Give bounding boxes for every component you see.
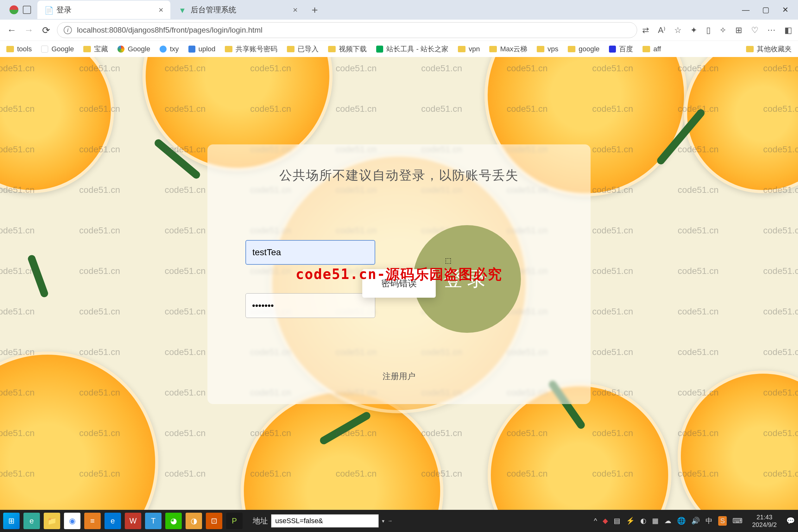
username-input[interactable] <box>245 240 375 265</box>
collections-icon[interactable]: ✧ <box>720 25 726 35</box>
share-icon[interactable]: ♡ <box>751 25 758 35</box>
tab-strip: 📄 登录 × ▼ 后台管理系统 × + — ▢ ✕ <box>0 0 798 20</box>
tray-keyboard-icon[interactable]: ⌨ <box>733 517 743 525</box>
forward-button[interactable]: → <box>23 24 35 36</box>
bookmark-google[interactable]: Google <box>41 45 74 53</box>
taskbar-app-xm[interactable]: ⊡ <box>206 513 222 529</box>
app-icon[interactable]: ⊞ <box>735 25 742 35</box>
new-tab-button[interactable]: + <box>306 4 324 16</box>
bookmark-uplod[interactable]: uplod <box>188 45 216 53</box>
favorite-icon[interactable]: ☆ <box>674 25 682 35</box>
tray-onedrive-icon[interactable]: ☁ <box>664 517 671 525</box>
taskbar-app-sublime[interactable]: ≡ <box>84 513 101 529</box>
taskbar-addr-go-icon[interactable]: → <box>387 518 393 524</box>
taskbar-addr-label: 地址 <box>253 516 268 526</box>
taskbar-app-edge-legacy[interactable]: e <box>23 513 40 529</box>
bookmark-txy[interactable]: txy <box>159 45 178 53</box>
bookmark-video-download[interactable]: 视频下载 <box>328 44 367 54</box>
bookmark-webmaster[interactable]: 站长工具 - 站长之家 <box>376 44 449 54</box>
tray-network-icon[interactable]: 🌐 <box>677 517 686 525</box>
overlay-watermark-text: code51.cn-源码乐园盗图必究 <box>296 265 502 284</box>
bookmarks-bar: tools Google 宝藏 Google txy uplod 共享账号密码 … <box>0 40 798 57</box>
tray-ime-icon[interactable]: 中 <box>705 516 712 526</box>
page-icon: 📄 <box>44 6 52 14</box>
tray-notifications-icon[interactable]: 💬 <box>786 517 795 525</box>
site-info-icon[interactable]: i <box>64 26 72 34</box>
register-link[interactable]: 注册用户 <box>233 371 565 382</box>
bookmark-aff[interactable]: aff <box>643 45 661 53</box>
tray-xm-icon[interactable]: ▦ <box>652 517 659 525</box>
bookmark-max[interactable]: Max云梯 <box>489 44 527 54</box>
maximize-button[interactable]: ▢ <box>762 5 770 14</box>
url-input[interactable]: i localhost:8080/djangos8hf5/front/pages… <box>57 22 637 38</box>
taskbar-app-explorer[interactable]: 📁 <box>44 513 60 529</box>
tray-app2-icon[interactable]: ◐ <box>640 517 646 525</box>
taskbar-app-chrome[interactable]: ◉ <box>64 513 80 529</box>
workspace-icon[interactable] <box>23 6 31 14</box>
taskbar: ⊞ e 📁 ◉ ≡ e W T ◕ ◑ ⊡ P 地址 ▾ → ^ ◆ ▤ ⚡ ◐… <box>0 510 798 532</box>
url-text: localhost:8080/djangos8hf5/front/pages/l… <box>77 26 263 35</box>
close-icon[interactable]: × <box>159 5 164 15</box>
extension-icon[interactable]: ✦ <box>690 25 697 35</box>
address-bar: ← → ⟳ i localhost:8080/djangos8hf5/front… <box>0 20 798 40</box>
bookmark-imported[interactable]: 已导入 <box>287 44 319 54</box>
taskbar-app-edge[interactable]: e <box>104 513 121 529</box>
tray-notes-icon[interactable]: ▤ <box>614 517 620 525</box>
bookmark-other[interactable]: 其他收藏夹 <box>746 44 792 54</box>
taskbar-clock[interactable]: 21:43 2024/9/2 <box>748 513 781 529</box>
bookmark-vps[interactable]: vps <box>537 45 558 53</box>
taskbar-app-wps[interactable]: W <box>125 513 141 529</box>
profile-icon[interactable] <box>10 5 18 14</box>
tray-wifi-icon[interactable]: ⚡ <box>626 517 634 525</box>
tray-app1-icon[interactable]: ◆ <box>603 517 608 525</box>
tab-title: 登录 <box>56 5 72 15</box>
more-icon[interactable]: ⋯ <box>767 25 776 35</box>
bookmark-tools[interactable]: tools <box>6 45 32 53</box>
bookmark-vpn[interactable]: vpn <box>458 45 480 53</box>
clock-date: 2024/9/2 <box>752 521 777 529</box>
taskbar-app-pycharm[interactable]: P <box>226 513 243 529</box>
close-window-button[interactable]: ✕ <box>782 5 788 14</box>
bookmark-google-folder[interactable]: google <box>568 45 600 53</box>
tab-active[interactable]: 📄 登录 × <box>37 1 170 19</box>
taskbar-app-wechat[interactable]: ◕ <box>165 513 182 529</box>
bookmark-baidu[interactable]: 百度 <box>609 44 633 54</box>
clock-time: 21:43 <box>752 513 777 521</box>
vue-icon: ▼ <box>178 6 186 14</box>
tab-title: 后台管理系统 <box>191 5 236 15</box>
sidebar-icon[interactable]: ▯ <box>706 25 710 35</box>
bookmark-treasure[interactable]: 宝藏 <box>83 44 108 54</box>
password-input[interactable] <box>245 293 375 318</box>
refresh-button[interactable]: ⟳ <box>40 24 52 36</box>
minimize-button[interactable]: — <box>742 5 749 14</box>
bookmark-share-accounts[interactable]: 共享账号密码 <box>225 44 278 54</box>
tray-sogou-icon[interactable]: S <box>718 516 727 526</box>
login-warning-text: 公共场所不建议自动登录，以防账号丢失 <box>233 167 565 184</box>
cursor-icon: ⬚ <box>445 256 452 265</box>
bookmark-google2[interactable]: Google <box>117 45 150 53</box>
tray-up-icon[interactable]: ^ <box>594 517 597 525</box>
copilot-icon[interactable]: ◧ <box>784 25 792 35</box>
taskbar-addr-input[interactable] <box>271 514 379 528</box>
taskbar-addr-dropdown-icon[interactable]: ▾ <box>382 518 384 524</box>
start-button[interactable]: ⊞ <box>3 513 20 529</box>
back-button[interactable]: ← <box>6 24 18 36</box>
translate-icon[interactable]: ⇄ <box>642 25 649 35</box>
taskbar-app-todesk[interactable]: T <box>145 513 162 529</box>
page-viewport: code51.cncode51.cncode51.cncode51.cncode… <box>0 57 798 510</box>
browser-chrome: 📄 登录 × ▼ 后台管理系统 × + — ▢ ✕ ← → ⟳ i localh… <box>0 0 798 57</box>
taskbar-app-open[interactable]: ◑ <box>186 513 202 529</box>
tray-volume-icon[interactable]: 🔊 <box>691 517 700 525</box>
read-aloud-icon[interactable]: A⁾ <box>658 25 665 35</box>
tab-inactive[interactable]: ▼ 后台管理系统 × <box>172 1 305 19</box>
close-icon[interactable]: × <box>293 5 298 15</box>
